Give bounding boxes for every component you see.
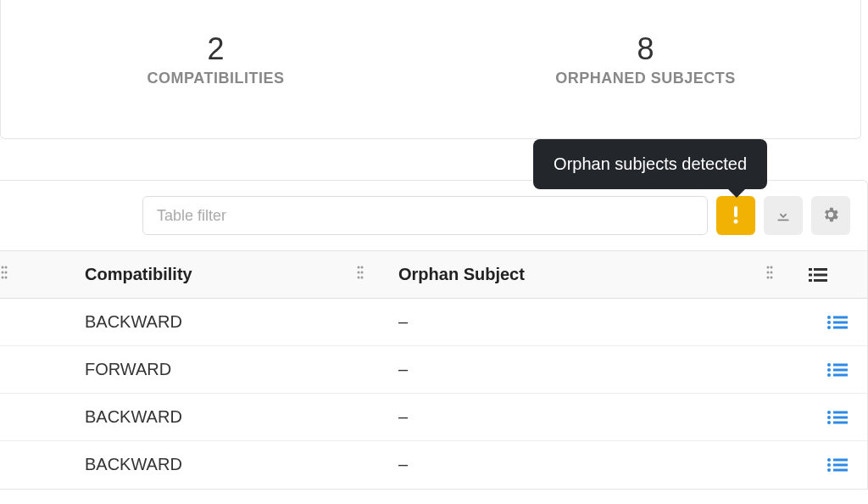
svg-rect-29	[833, 321, 848, 323]
svg-point-44	[827, 458, 831, 462]
gear-icon	[821, 205, 840, 227]
svg-point-15	[771, 266, 773, 269]
svg-rect-45	[833, 458, 848, 461]
svg-point-32	[827, 363, 831, 367]
svg-point-6	[2, 277, 4, 279]
column-header-orphan[interactable]: Orphan Subject	[390, 251, 765, 299]
svg-rect-49	[833, 468, 848, 471]
svg-point-10	[358, 272, 360, 274]
row-details-button[interactable]	[809, 411, 866, 424]
cell-orphan: –	[390, 299, 765, 346]
svg-point-17	[771, 272, 773, 274]
row-details-button[interactable]	[809, 363, 866, 377]
svg-rect-47	[833, 463, 848, 466]
svg-rect-27	[833, 316, 848, 318]
exclamation-icon	[732, 204, 739, 227]
download-button[interactable]	[764, 196, 803, 235]
svg-rect-35	[833, 368, 848, 371]
cell-compatibility: BACKWARD	[51, 394, 356, 441]
filter-wrap	[17, 196, 708, 235]
column-chooser-icon	[809, 267, 866, 283]
table-row: BACKWARD –	[0, 394, 867, 441]
svg-point-8	[358, 266, 360, 269]
svg-point-9	[361, 266, 364, 269]
table-toolbar: Orphan subjects detected	[0, 181, 867, 250]
svg-point-38	[827, 411, 831, 414]
svg-point-14	[767, 266, 770, 269]
svg-rect-23	[814, 273, 827, 276]
svg-rect-37	[833, 373, 848, 376]
svg-point-48	[827, 468, 831, 472]
orphan-alert-tooltip: Orphan subjects detected	[533, 139, 767, 189]
svg-point-42	[827, 421, 831, 424]
column-header-actions[interactable]	[808, 251, 867, 299]
data-table: Compatibility Orphan Subject	[0, 250, 867, 489]
column-drag-handle[interactable]	[356, 251, 390, 299]
cell-compatibility: BACKWARD	[51, 299, 356, 346]
column-drag-handle[interactable]	[0, 251, 51, 299]
svg-rect-33	[833, 363, 848, 366]
svg-point-46	[827, 463, 831, 467]
drag-dots-icon	[357, 265, 369, 280]
svg-point-19	[771, 277, 773, 279]
settings-button[interactable]	[811, 196, 850, 235]
svg-point-3	[5, 266, 8, 269]
svg-point-12	[358, 277, 360, 279]
svg-rect-20	[809, 268, 812, 271]
svg-rect-31	[833, 326, 848, 328]
stat-orphaned: 8 ORPHANED SUBJECTS	[431, 34, 860, 87]
svg-rect-0	[734, 206, 737, 217]
svg-rect-43	[833, 421, 848, 423]
svg-point-11	[361, 272, 364, 274]
svg-point-28	[827, 321, 831, 324]
svg-point-18	[767, 277, 770, 279]
drag-dots-icon	[766, 265, 778, 280]
svg-rect-22	[809, 273, 812, 276]
table-body: BACKWARD – FORWARD –	[0, 299, 867, 489]
stat-compatibilities-value: 2	[1, 34, 431, 64]
drag-dots-icon	[1, 265, 13, 280]
svg-point-30	[827, 326, 831, 329]
cell-orphan: –	[390, 394, 765, 441]
cell-orphan: –	[390, 441, 765, 489]
stat-compatibilities: 2 COMPATIBILITIES	[1, 34, 431, 87]
table-section: Orphan subjects detected	[0, 180, 868, 490]
svg-point-36	[827, 373, 831, 377]
stat-orphaned-label: ORPHANED SUBJECTS	[431, 70, 860, 87]
svg-point-34	[827, 368, 831, 372]
svg-point-2	[2, 266, 4, 269]
svg-rect-25	[814, 279, 827, 282]
cell-compatibility: FORWARD	[51, 346, 356, 394]
table-row: BACKWARD –	[0, 299, 867, 346]
table-filter-input[interactable]	[142, 196, 708, 235]
svg-point-7	[5, 277, 8, 279]
svg-point-1	[734, 219, 738, 223]
row-details-button[interactable]	[809, 458, 866, 472]
cell-compatibility: BACKWARD	[51, 441, 356, 489]
svg-rect-21	[814, 268, 827, 271]
column-drag-handle[interactable]	[765, 251, 808, 299]
summary-card: 2 COMPATIBILITIES 8 ORPHANED SUBJECTS	[0, 0, 861, 139]
svg-rect-39	[833, 411, 848, 413]
row-details-button[interactable]	[809, 316, 866, 329]
table-row: FORWARD –	[0, 346, 867, 394]
svg-point-40	[827, 416, 831, 419]
svg-point-26	[827, 316, 831, 319]
svg-rect-24	[809, 279, 812, 282]
download-icon	[774, 205, 793, 227]
svg-point-16	[767, 272, 770, 274]
svg-point-13	[361, 277, 364, 279]
svg-point-4	[2, 272, 4, 274]
svg-rect-41	[833, 416, 848, 418]
cell-orphan: –	[390, 346, 765, 394]
stat-compatibilities-label: COMPATIBILITIES	[1, 70, 431, 87]
stat-orphaned-value: 8	[431, 34, 860, 64]
svg-point-5	[5, 272, 8, 274]
table-row: BACKWARD –	[0, 441, 867, 489]
column-header-compatibility[interactable]: Compatibility	[51, 251, 356, 299]
table-header-row: Compatibility Orphan Subject	[0, 251, 867, 299]
